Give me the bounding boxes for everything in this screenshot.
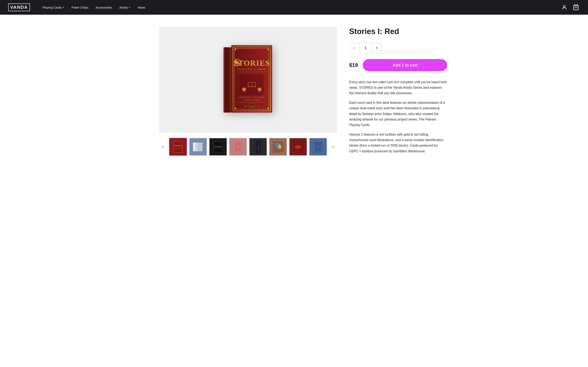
svg-text:VANDA: VANDA (249, 105, 255, 107)
svg-text:♦: ♦ (258, 105, 259, 107)
nav-item-playing-cards[interactable]: Playing Cards ▾ (40, 4, 67, 11)
thumbnail-item-0[interactable]: STORIES PLAYING CARDS (169, 138, 187, 156)
thumbnail-item-4[interactable]: STORIES (249, 138, 267, 156)
chevron-down-icon: ▾ (129, 6, 130, 9)
product-title: Stories I: Red (349, 27, 447, 36)
thumb-image-6 (293, 141, 304, 152)
svg-text:♣: ♣ (245, 105, 246, 107)
quantity-row: − 1 + (349, 43, 447, 53)
svg-text:✦: ✦ (317, 145, 319, 148)
user-icon (562, 4, 567, 10)
product-image-svg: STORIES S PLAYING CARDS (219, 43, 277, 117)
svg-rect-2 (224, 47, 231, 113)
chevron-down-icon: ▾ (63, 6, 64, 9)
thumb-image-5: 🎭 (273, 141, 284, 152)
thumbnail-item-7[interactable]: ✦ (309, 138, 327, 156)
nav-item-news[interactable]: News (135, 4, 148, 11)
thumb-image-2: STORIES (213, 140, 223, 154)
svg-text:ONE STORY · TWO SIDES: ONE STORY · TWO SIDES (239, 96, 265, 98)
prev-thumbnail-button[interactable]: ← (159, 142, 167, 151)
description-paragraph-2: Each court card in this deck features an… (349, 100, 447, 128)
add-to-cart-button[interactable]: Add 1 to cart (363, 59, 447, 71)
main-product-image: STORIES S PLAYING CARDS (159, 27, 337, 133)
description-paragraph-3: Volume 1 features a red tuckbox with gol… (349, 132, 447, 154)
thumbnail-strip: STORIES PLAYING CARDS (169, 138, 327, 156)
price-cart-row: $19 Add 1 to cart (349, 59, 447, 71)
thumb-image-1 (192, 141, 204, 152)
logo[interactable]: VANDA (8, 3, 30, 11)
cart-button[interactable] (572, 3, 580, 11)
cart-icon (573, 4, 579, 10)
description-paragraph-1: Every story has two sides and isn't comp… (349, 79, 447, 96)
arrow-left-icon: ← (161, 144, 165, 149)
svg-text:STORIES: STORIES (214, 146, 222, 148)
svg-point-11 (267, 108, 269, 109)
svg-text:🦁: 🦁 (241, 87, 247, 92)
quantity-increase-button[interactable]: + (372, 43, 382, 53)
arrow-right-icon: → (331, 144, 335, 149)
svg-point-10 (234, 108, 236, 109)
quantity-decrease-button[interactable]: − (349, 43, 359, 53)
navigation: VANDA Playing Cards ▾ Poker Chips Access… (0, 0, 588, 15)
quantity-value: 1 (359, 43, 372, 53)
thumbnail-item-6[interactable] (289, 138, 307, 156)
svg-text:🦁: 🦁 (257, 87, 263, 92)
product-price: $19 (349, 62, 358, 68)
nav-links: Playing Cards ▾ Poker Chips Accessories … (40, 4, 561, 11)
thumbnail-item-2[interactable]: STORIES (209, 138, 227, 156)
gallery-section: STORIES S PLAYING CARDS (159, 27, 337, 156)
svg-text:PLAYING CARDS: PLAYING CARDS (174, 148, 182, 149)
thumbnail-item-3[interactable]: ✦ (229, 138, 247, 156)
user-account-button[interactable] (561, 4, 568, 11)
main-image-container: STORIES S PLAYING CARDS (159, 27, 337, 133)
nav-item-accessories[interactable]: Accessories (93, 4, 115, 11)
thumbnail-item-1[interactable] (189, 138, 207, 156)
nav-item-poker-chips[interactable]: Poker Chips (69, 4, 91, 11)
thumb-image-7: ✦ (314, 141, 323, 153)
svg-text:🎭: 🎭 (274, 142, 282, 150)
svg-rect-28 (173, 141, 183, 153)
svg-point-8 (234, 49, 236, 50)
svg-point-0 (563, 6, 565, 7)
thumb-image-3: ✦ (233, 141, 242, 153)
product-info: Stories I: Red − 1 + $19 Add 1 to cart E… (349, 27, 447, 154)
svg-text:STORIES: STORIES (258, 144, 259, 150)
page-content: STORIES S PLAYING CARDS (151, 15, 437, 172)
product-layout: STORIES S PLAYING CARDS (159, 27, 429, 156)
svg-text:✦: ✦ (237, 145, 239, 148)
product-description: Every story has two sides and isn't comp… (349, 79, 447, 154)
svg-text:A VANDA STORY: A VANDA STORY (243, 99, 260, 101)
svg-text:S: S (234, 57, 240, 68)
nav-item-artists[interactable]: Artists ▾ (117, 4, 133, 11)
thumbnails-row: ← STORIES PLAYING CARDS (159, 138, 337, 156)
logo-text: VANDA (10, 5, 28, 10)
thumb-image-0: STORIES PLAYING CARDS (173, 140, 183, 154)
next-thumbnail-button[interactable]: → (329, 142, 337, 151)
svg-rect-34 (198, 142, 203, 151)
thumb-image-4: STORIES (255, 140, 261, 154)
svg-text:PLAYING CARDS: PLAYING CARDS (237, 68, 266, 71)
thumbnail-item-5[interactable]: 🎭 (269, 138, 287, 156)
svg-point-9 (267, 49, 269, 50)
nav-icons (561, 3, 580, 11)
svg-text:STORIES: STORIES (174, 145, 182, 147)
